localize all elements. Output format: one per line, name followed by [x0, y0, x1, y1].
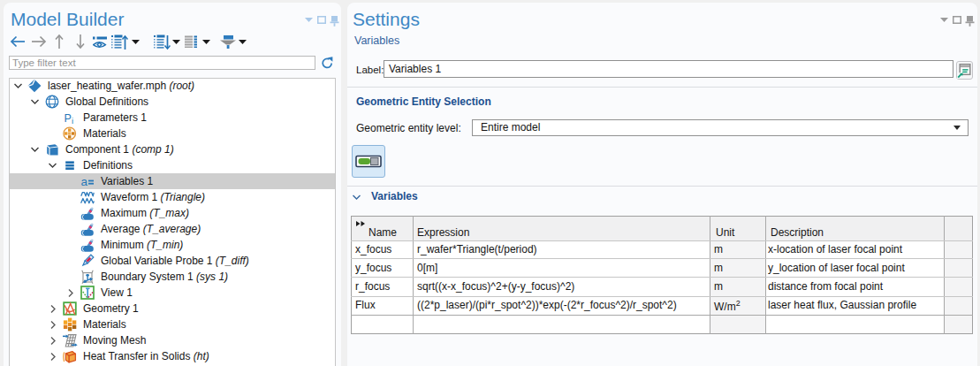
svg-text:P: P: [65, 112, 72, 125]
svg-text:i: i: [72, 116, 73, 126]
svg-text:a: a: [81, 175, 88, 188]
